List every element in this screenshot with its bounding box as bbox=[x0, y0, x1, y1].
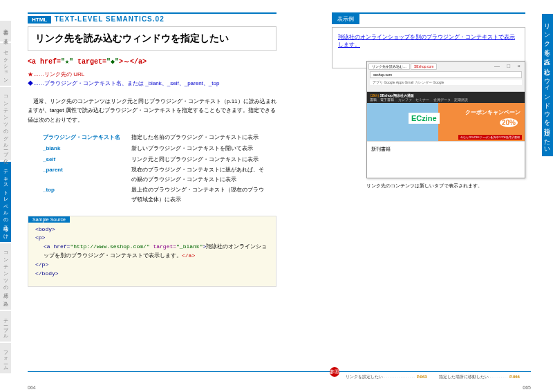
category-title: TEXT-LEVEL SEMANTICS.02 bbox=[55, 15, 165, 23]
site-menu: 書籍 電子書籍 カンファ セミナー 会員データ 定期購読 bbox=[370, 97, 522, 102]
sample-label: Sample Source bbox=[28, 216, 70, 223]
param-name: _blank bbox=[43, 144, 130, 153]
category-badge: HTML bbox=[28, 16, 51, 24]
param-name: ブラウジング・コンテキスト名 bbox=[43, 133, 130, 142]
sidebar-tab-active[interactable]: テキストレベルの意味づけ bbox=[0, 162, 11, 242]
param-desc: 新しいブラウジング・コンテキストを開いて表示 bbox=[131, 144, 275, 153]
screenshot-caption: リンク先のコンテンツは新しいタブで表示されます。 bbox=[366, 183, 482, 189]
param-desc: 指定した名前のブラウジング・コンテキストに表示 bbox=[131, 133, 275, 142]
syntax-legend: ★……リンク先の URL ◆……ブラウジング・コンテキスト名、または _blan… bbox=[28, 71, 276, 88]
param-name: _self bbox=[43, 155, 130, 165]
sample-source-box: Sample Source <body> <p> <a href="http:/… bbox=[28, 216, 276, 288]
menu-item[interactable]: カンファ bbox=[398, 97, 412, 102]
sidebar-tab[interactable]: セクション bbox=[0, 43, 11, 86]
browser-window-mock: — □ × リンク先を読み込む… SEshop.com seshop.com ア… bbox=[366, 61, 525, 178]
page-footer: 参照 リンクを設定したい ················· P.063 指定し… bbox=[28, 371, 531, 382]
page-number-left: 064 bbox=[28, 385, 36, 390]
reference-link[interactable]: 指定した場所に移動したい ·········· P.066 bbox=[439, 374, 520, 380]
banner-logo: ECzine bbox=[409, 113, 440, 124]
menu-item[interactable]: 会員データ bbox=[433, 97, 451, 102]
left-page: HTML TEXT-LEVEL SEMANTICS.02 リンク先を読み込むウィ… bbox=[28, 12, 276, 287]
address-bar[interactable]: seshop.com bbox=[370, 71, 522, 78]
param-desc: 現在のブラウジング・コンテキストに親があれば、その親のブラウジング・コンテキスト… bbox=[131, 165, 275, 184]
browser-chrome: — □ × リンク先を読み込む… SEshop.com seshop.com ア… bbox=[367, 62, 525, 92]
sidebar-tab[interactable]: 文書の基本 bbox=[0, 21, 11, 41]
body-paragraph: 通常、リンク先のコンテンツはリンク元と同じブラウジング・コンテキスト（p.11）… bbox=[28, 97, 276, 125]
reference-line: 参照 リンクを設定したい ················· P.063 指定し… bbox=[28, 371, 531, 382]
section-title: リンク先を読み込むウィンドウを指定したい bbox=[28, 26, 276, 51]
sidebar-tab[interactable]: テーブル bbox=[0, 311, 11, 342]
param-name: _parent bbox=[43, 165, 130, 184]
menu-item[interactable]: 電子書籍 bbox=[380, 97, 394, 102]
menu-item[interactable]: 定期購読 bbox=[454, 97, 468, 102]
sidebar-tab[interactable]: コンテンツの埋め込み bbox=[0, 243, 11, 310]
window-buttons-icon: — □ × bbox=[494, 63, 523, 69]
menu-item[interactable]: セミナー bbox=[415, 97, 429, 102]
content-section: 新刊書籍 bbox=[367, 141, 525, 157]
sample-code: <body> <p> <a href="http://www.seshop.co… bbox=[28, 223, 276, 281]
sidebar-tab[interactable]: コンテンツのグループ化 bbox=[0, 87, 11, 160]
promo-banner: ECzine クーポンキャンペーン 20% 今なら20%OFFクーポン配布中! … bbox=[367, 103, 525, 141]
category-header: HTML TEXT-LEVEL SEMANTICS.02 bbox=[28, 12, 276, 24]
bookmarks-bar: アプリ Google Apps Gmail カレンダー Google bbox=[370, 80, 522, 85]
sidebar-tab[interactable]: フォーム bbox=[0, 343, 11, 373]
right-page: 表示例 翔泳社のオンラインショップを別のブラウジング・コンテキストで表示します。 bbox=[332, 12, 525, 68]
site-header: (19th) SEshop 翔泳社の通販 書籍 電子書籍 カンファ セミナー 会… bbox=[367, 92, 525, 103]
banner-subtext: 今なら20%OFFクーポン配布中! PDF版電子書籍 bbox=[458, 135, 522, 140]
menu-item[interactable]: 書籍 bbox=[370, 97, 377, 102]
example-link[interactable]: 翔泳社のオンラインショップを別のブラウジング・コンテキストで表示します。 bbox=[338, 34, 515, 48]
param-desc: 最上位のブラウジング・コンテキスト（現在のブラウザ領域全体）に表示 bbox=[131, 185, 275, 204]
param-desc: リンク元と同じブラウジング・コンテキストに表示 bbox=[131, 155, 275, 165]
browser-tab[interactable]: リンク先を読み込む… bbox=[368, 63, 410, 70]
reference-badge-icon: 参照 bbox=[330, 367, 339, 377]
syntax-signature: <a href="★" target="◆">～</a> bbox=[28, 57, 276, 66]
parameter-table: ブラウジング・コンテキスト名指定した名前のブラウジング・コンテキストに表示 _b… bbox=[41, 131, 276, 205]
legend-star: ★……リンク先の URL bbox=[28, 71, 276, 80]
legend-diamond: ◆……ブラウジング・コンテキスト名、または _blank、_self、_pare… bbox=[28, 80, 276, 88]
param-name: _top bbox=[43, 185, 130, 204]
page-title-vertical: リンク先を読み込むウィンドウを指定したい bbox=[542, 14, 553, 156]
banner-percent: 20% bbox=[500, 118, 518, 127]
reference-link[interactable]: リンクを設定したい ················· P.063 bbox=[346, 374, 427, 380]
page-number-right: 065 bbox=[523, 385, 531, 390]
chapter-sidebar: 文書の基本 セクション コンテンツのグループ化 テキストレベルの意味づけ コンテ… bbox=[0, 0, 15, 392]
browser-tab-active[interactable]: SEshop.com bbox=[411, 63, 437, 70]
banner-headline: クーポンキャンペーン bbox=[465, 109, 521, 116]
display-label: 表示例 bbox=[332, 14, 359, 24]
display-example: 表示例 翔泳社のオンラインショップを別のブラウジング・コンテキストで表示します。 bbox=[332, 12, 525, 68]
